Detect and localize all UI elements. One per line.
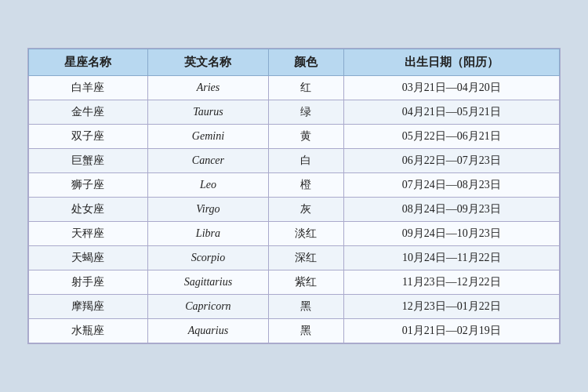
col-header-english: 英文名称: [147, 49, 268, 76]
cell-chinese: 处女座: [29, 198, 148, 222]
cell-color: 紫红: [269, 270, 344, 295]
cell-chinese: 双子座: [29, 125, 148, 149]
table-row: 白羊座Aries红03月21日—04月20日: [29, 76, 560, 100]
cell-color: 深红: [269, 246, 344, 270]
cell-dates: 05月22日—06月21日: [343, 125, 559, 149]
table-row: 天秤座Libra淡红09月24日—10月23日: [29, 222, 560, 246]
col-header-dates: 出生日期（阳历）: [343, 49, 559, 76]
table-row: 天蝎座Scorpio深红10月24日—11月22日: [29, 246, 560, 270]
cell-dates: 08月24日—09月23日: [343, 198, 559, 222]
cell-dates: 06月22日—07月23日: [343, 149, 559, 173]
cell-color: 黄: [269, 125, 344, 149]
col-header-color: 颜色: [269, 49, 344, 76]
cell-dates: 03月21日—04月20日: [343, 76, 559, 100]
cell-chinese: 天秤座: [29, 222, 148, 246]
cell-dates: 04月21日—05月21日: [343, 100, 559, 125]
table-row: 射手座Sagittarius紫红11月23日—12月22日: [29, 270, 560, 295]
zodiac-table-container: 星座名称 英文名称 颜色 出生日期（阳历） 白羊座Aries红03月21日—04…: [27, 48, 561, 344]
cell-color: 淡红: [269, 222, 344, 246]
cell-chinese: 射手座: [29, 270, 148, 295]
cell-chinese: 水瓶座: [29, 319, 148, 343]
table-row: 处女座Virgo灰08月24日—09月23日: [29, 198, 560, 222]
cell-english: Capricorn: [147, 295, 268, 319]
table-row: 狮子座Leo橙07月24日—08月23日: [29, 173, 560, 198]
cell-color: 白: [269, 149, 344, 173]
cell-chinese: 金牛座: [29, 100, 148, 125]
cell-english: Cancer: [147, 149, 268, 173]
cell-chinese: 巨蟹座: [29, 149, 148, 173]
cell-english: Aries: [147, 76, 268, 100]
table-header-row: 星座名称 英文名称 颜色 出生日期（阳历）: [29, 49, 560, 76]
cell-chinese: 摩羯座: [29, 295, 148, 319]
cell-english: Libra: [147, 222, 268, 246]
zodiac-table: 星座名称 英文名称 颜色 出生日期（阳历） 白羊座Aries红03月21日—04…: [28, 49, 560, 343]
col-header-chinese: 星座名称: [29, 49, 148, 76]
table-row: 金牛座Taurus绿04月21日—05月21日: [29, 100, 560, 125]
cell-english: Aquarius: [147, 319, 268, 343]
table-row: 水瓶座Aquarius黑01月21日—02月19日: [29, 319, 560, 343]
cell-color: 绿: [269, 100, 344, 125]
cell-color: 黑: [269, 295, 344, 319]
cell-english: Scorpio: [147, 246, 268, 270]
cell-chinese: 天蝎座: [29, 246, 148, 270]
cell-dates: 10月24日—11月22日: [343, 246, 559, 270]
cell-english: Leo: [147, 173, 268, 198]
cell-chinese: 白羊座: [29, 76, 148, 100]
cell-color: 红: [269, 76, 344, 100]
cell-color: 橙: [269, 173, 344, 198]
cell-english: Virgo: [147, 198, 268, 222]
table-row: 摩羯座Capricorn黑12月23日—01月22日: [29, 295, 560, 319]
table-row: 巨蟹座Cancer白06月22日—07月23日: [29, 149, 560, 173]
cell-english: Taurus: [147, 100, 268, 125]
cell-dates: 12月23日—01月22日: [343, 295, 559, 319]
cell-english: Gemini: [147, 125, 268, 149]
cell-dates: 01月21日—02月19日: [343, 319, 559, 343]
cell-dates: 07月24日—08月23日: [343, 173, 559, 198]
cell-chinese: 狮子座: [29, 173, 148, 198]
cell-color: 灰: [269, 198, 344, 222]
table-body: 白羊座Aries红03月21日—04月20日金牛座Taurus绿04月21日—0…: [29, 76, 560, 343]
cell-color: 黑: [269, 319, 344, 343]
cell-dates: 11月23日—12月22日: [343, 270, 559, 295]
cell-english: Sagittarius: [147, 270, 268, 295]
table-row: 双子座Gemini黄05月22日—06月21日: [29, 125, 560, 149]
cell-dates: 09月24日—10月23日: [343, 222, 559, 246]
